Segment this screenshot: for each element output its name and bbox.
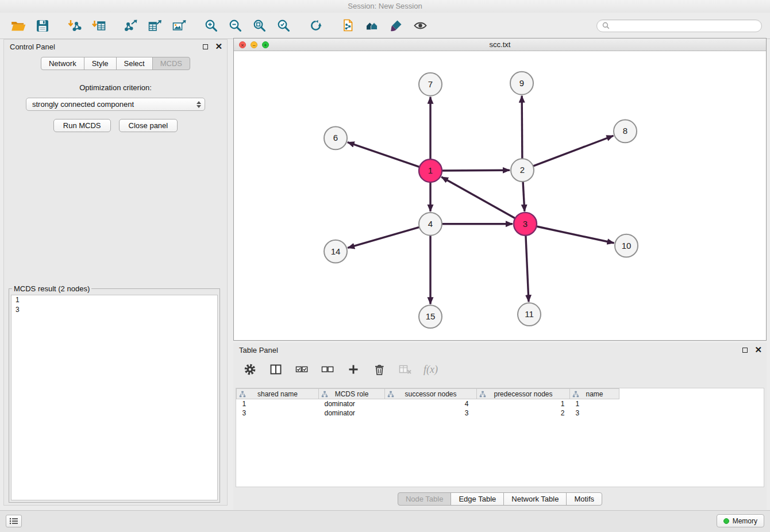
deselect-all-button[interactable] (320, 362, 335, 377)
main-toolbar (0, 13, 770, 39)
graph-node-2[interactable]: 2 (511, 159, 534, 182)
export-image-button[interactable] (169, 16, 190, 36)
graph-node-15[interactable]: 15 (419, 305, 442, 328)
delete-column-button[interactable] (372, 362, 387, 377)
export-network-icon (124, 18, 138, 33)
zoom-out-button[interactable] (225, 16, 246, 36)
graph-edge-3-1[interactable] (441, 177, 515, 218)
graph-edge-3-10[interactable] (537, 226, 614, 243)
column-type-icon (239, 391, 246, 398)
network-document-button[interactable] (338, 16, 359, 36)
open-session-button[interactable] (8, 16, 29, 36)
mcds-result-item[interactable]: 1 (11, 295, 217, 305)
close-network-window-button[interactable]: × (239, 41, 246, 48)
mcds-result-box: MCDS result (2 nodes) 13 (9, 284, 220, 503)
close-panel-icon[interactable]: ✕ (215, 44, 222, 49)
optimization-criterion-label: Optimization criterion: (4, 83, 227, 92)
export-table-button[interactable] (145, 16, 165, 36)
close-table-panel-icon[interactable]: ✕ (754, 347, 762, 353)
graph-node-1[interactable]: 1 (419, 159, 442, 182)
homes-button[interactable] (362, 16, 383, 36)
graph-node-11[interactable]: 11 (518, 303, 541, 326)
window-title: Session: New Session (348, 2, 422, 10)
save-session-button[interactable] (32, 16, 53, 36)
network-canvas[interactable]: 7968124314101511 (234, 51, 766, 340)
graph-edge-4-14[interactable] (348, 227, 419, 248)
column-header-shared-name[interactable]: shared name (237, 389, 319, 399)
float-table-panel-icon[interactable] (742, 348, 748, 353)
application-window: Session: New Session (0, 0, 770, 532)
search-input[interactable] (613, 22, 756, 30)
add-column-button[interactable] (346, 362, 361, 377)
zoom-selected-button[interactable] (274, 16, 294, 36)
graph-node-9[interactable]: 9 (510, 72, 533, 95)
unchecked-boxes-icon (321, 363, 334, 376)
graph-node-3[interactable]: 3 (514, 213, 537, 236)
table-row[interactable]: 3dominator323 (237, 408, 764, 418)
mcds-panel-body: Optimization criterion: strongly connect… (4, 71, 227, 505)
graph-edge-1-2[interactable] (442, 170, 510, 171)
column-header-successor-nodes[interactable]: successor nodes (385, 389, 477, 399)
graph-node-8[interactable]: 8 (614, 120, 637, 143)
graph-edge-1-6[interactable] (348, 142, 419, 167)
tab-network[interactable]: Network (41, 57, 84, 70)
tab-style[interactable]: Style (84, 57, 117, 70)
network-graph[interactable]: 7968124314101511 (234, 51, 766, 340)
tab-node-table[interactable]: Node Table (398, 492, 452, 506)
column-header-MCDS-role[interactable]: MCDS role (319, 389, 385, 399)
zoom-in-button[interactable] (201, 16, 222, 36)
node-table: shared nameMCDS rolesuccessor nodesprede… (236, 388, 764, 487)
column-header-predecessor-nodes[interactable]: predecessor nodes (477, 389, 570, 399)
refresh-layout-button[interactable] (306, 16, 326, 36)
control-panel-tabs: Network Style Select MCDS (4, 57, 227, 70)
maximize-network-window-button[interactable]: + (262, 41, 269, 48)
table-panel-header: Table Panel ✕ (233, 343, 767, 357)
tab-mcds[interactable]: MCDS (152, 57, 190, 70)
svg-text:3: 3 (523, 219, 528, 229)
graph-edge-2-8[interactable] (533, 136, 614, 166)
graph-node-6[interactable]: 6 (324, 126, 347, 149)
tab-edge-table[interactable]: Edge Table (451, 492, 504, 506)
table-row[interactable]: 1dominator411 (237, 399, 764, 408)
float-panel-icon[interactable] (203, 44, 208, 49)
control-panel-header: Control Panel ✕ (4, 40, 227, 53)
dropdown-stepper-icon (197, 101, 201, 108)
show-columns-button[interactable] (268, 362, 283, 377)
graph-node-4[interactable]: 4 (419, 213, 442, 236)
mcds-result-item[interactable]: 3 (11, 305, 217, 315)
task-history-button[interactable] (6, 515, 22, 527)
search-field[interactable] (596, 20, 762, 32)
export-network-button[interactable] (121, 16, 141, 36)
minimize-network-window-button[interactable]: – (251, 41, 257, 48)
graph-node-14[interactable]: 14 (324, 240, 347, 263)
graph-edge-2-9[interactable] (522, 96, 522, 159)
delete-table-icon (398, 363, 412, 376)
apply-style-button[interactable] (386, 16, 407, 36)
tab-select[interactable]: Select (116, 57, 153, 70)
table-settings-button[interactable] (242, 362, 257, 377)
eye-icon (413, 18, 428, 33)
zoom-fit-button[interactable] (249, 16, 270, 36)
graph-node-10[interactable]: 10 (615, 234, 638, 257)
toggle-graphics-details-button[interactable] (410, 16, 431, 36)
graph-edge-3-11[interactable] (526, 236, 529, 302)
mcds-result-list[interactable]: 13 (11, 295, 218, 500)
svg-text:8: 8 (623, 126, 627, 136)
import-table-button[interactable] (88, 16, 109, 36)
memory-button[interactable]: Memory (717, 514, 764, 527)
save-icon (35, 18, 50, 33)
zoom-out-icon (228, 18, 243, 33)
criterion-dropdown[interactable]: strongly connected component (26, 98, 205, 111)
run-mcds-button[interactable]: Run MCDS (53, 119, 111, 132)
close-panel-button[interactable]: Close panel (119, 119, 178, 132)
svg-text:6: 6 (333, 133, 338, 142)
tab-motifs[interactable]: Motifs (566, 492, 602, 506)
import-network-button[interactable] (64, 16, 85, 36)
column-header-name[interactable]: name (570, 389, 619, 399)
tab-network-table[interactable]: Network Table (503, 492, 567, 506)
graph-edge-2-3[interactable] (523, 182, 525, 211)
columns-icon (269, 363, 283, 376)
graph-node-7[interactable]: 7 (419, 73, 442, 96)
control-panel-title: Control Panel (10, 43, 55, 51)
select-all-button[interactable] (294, 362, 309, 377)
